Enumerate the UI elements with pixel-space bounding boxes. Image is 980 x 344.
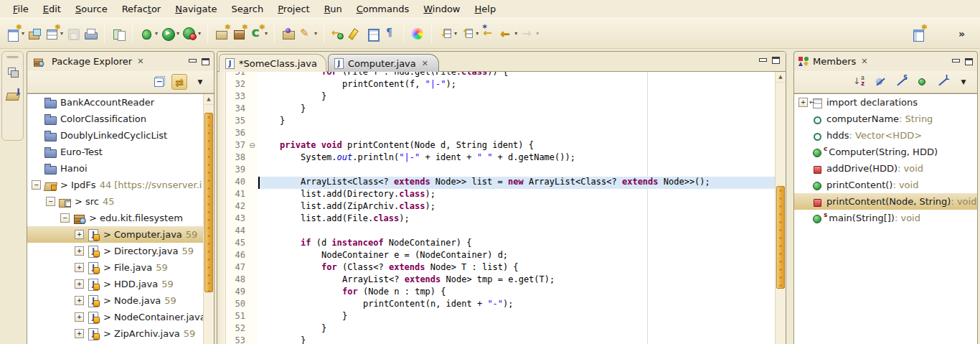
- dropdown-caret[interactable]: ▾: [454, 30, 457, 37]
- tree-item-file-java[interactable]: +> File.java59: [27, 259, 214, 276]
- expander-icon[interactable]: +: [75, 312, 84, 322]
- search-button[interactable]: ▾: [297, 24, 319, 43]
- restore-views-icon[interactable]: [6, 65, 20, 80]
- expander-icon[interactable]: +: [75, 263, 84, 272]
- folding-ruler[interactable]: ⊖: [248, 72, 258, 344]
- menu-source[interactable]: Source: [68, 1, 115, 17]
- new-java-project-button[interactable]: [213, 24, 230, 43]
- menu-run[interactable]: Run: [317, 1, 349, 17]
- java-browsing-icon[interactable]: [6, 87, 20, 101]
- tree-item-bankaccountreader[interactable]: BankAccountReader: [27, 94, 214, 111]
- run-button[interactable]: ▾: [159, 24, 181, 43]
- scrollbar-up-arrow[interactable]: ▲: [204, 94, 214, 105]
- debug-button[interactable]: ▾: [138, 24, 159, 43]
- scrollbar-thumb[interactable]: [204, 113, 213, 292]
- show-whitespace-button[interactable]: [381, 24, 398, 43]
- maximize-button[interactable]: [202, 58, 209, 65]
- hide-static-button[interactable]: S: [893, 74, 909, 90]
- back-to-last-edit-button[interactable]: [480, 24, 497, 43]
- fastview-grip[interactable]: [6, 56, 19, 58]
- member-hdds[interactable]: hdds : Vector<HDD>: [794, 127, 977, 144]
- minimize-button[interactable]: [952, 58, 959, 65]
- close-icon[interactable]: ✕: [136, 57, 145, 66]
- open-type-button[interactable]: [280, 24, 297, 43]
- package-explorer-scrollbar[interactable]: ▲: [203, 94, 214, 344]
- tree-item-computer-java[interactable]: +> Computer.java59: [27, 226, 214, 243]
- dropdown-caret[interactable]: ▾: [476, 30, 479, 37]
- expander-icon[interactable]: −: [46, 197, 55, 206]
- tree-item-edu-kit-filesystem[interactable]: −> edu.kit.filesystem: [27, 210, 214, 226]
- show-public-button[interactable]: [914, 74, 930, 90]
- code-text-area[interactable]: for (File f : hdd.get(File.class)) {prin…: [258, 72, 775, 344]
- new-class-button[interactable]: ▾: [248, 24, 269, 43]
- editor-scrollbar[interactable]: ▲: [775, 72, 786, 344]
- dropdown-caret[interactable]: ▾: [314, 30, 317, 37]
- fold-collapse-icon[interactable]: ⊖: [249, 140, 255, 152]
- dropdown-caret[interactable]: ▾: [198, 30, 201, 37]
- expander-icon[interactable]: +: [75, 296, 84, 305]
- sort-button[interactable]: az: [852, 74, 867, 90]
- view-menu-button[interactable]: ▼: [192, 74, 208, 90]
- new-view-button[interactable]: ▾: [43, 24, 65, 43]
- build-button[interactable]: [110, 24, 127, 43]
- dropdown-caret[interactable]: ▾: [60, 30, 63, 37]
- run-history-button[interactable]: ▾: [181, 24, 202, 43]
- member-main-string[interactable]: smain(String[]) : void: [794, 210, 977, 226]
- hide-fields-button[interactable]: [872, 74, 888, 90]
- maximize-button[interactable]: [772, 57, 780, 64]
- prev-annotation-button[interactable]: ▾: [458, 24, 480, 43]
- tree-item-directory-java[interactable]: +> Directory.java59: [27, 243, 214, 259]
- tree-item-ziparchiv-java[interactable]: +> ZipArchiv.java59: [27, 325, 214, 342]
- print-button[interactable]: [82, 24, 99, 43]
- minimize-button[interactable]: [189, 58, 196, 65]
- dropdown-caret[interactable]: ▾: [536, 30, 539, 37]
- menu-search[interactable]: Search: [225, 1, 271, 17]
- expander-icon[interactable]: +: [75, 246, 84, 256]
- customize-view-button[interactable]: [910, 24, 927, 43]
- last-edit-location-button[interactable]: [329, 24, 347, 43]
- mark-occurrences-button[interactable]: [347, 24, 364, 43]
- back-button[interactable]: ▾: [497, 24, 519, 43]
- show-source-button[interactable]: [364, 24, 381, 43]
- expander-icon[interactable]: +: [75, 329, 84, 338]
- dropdown-caret[interactable]: ▾: [155, 30, 158, 37]
- minimize-button[interactable]: [759, 57, 766, 64]
- member-adddrive-hdd[interactable]: addDrive(HDD) : void: [794, 160, 977, 177]
- member-printcontent-node-string[interactable]: printContent(Node, String) : void: [794, 193, 977, 210]
- view-menu-button[interactable]: ▼: [956, 74, 971, 90]
- menu-navigate[interactable]: Navigate: [168, 1, 224, 17]
- member-import-declarations[interactable]: +import declarations: [794, 94, 977, 111]
- hide-local-types-button[interactable]: L: [935, 74, 951, 90]
- scrollbar-thumb[interactable]: [776, 186, 785, 289]
- maximize-button[interactable]: [965, 58, 973, 65]
- annotation-ruler[interactable]: [217, 72, 226, 344]
- tree-item-nodecontainer-java[interactable]: +> NodeContainer.java: [27, 309, 214, 325]
- member-printcontent[interactable]: printContent() : void: [794, 177, 977, 193]
- tree-item-hanoi[interactable]: Hanoi: [27, 160, 214, 177]
- members-list[interactable]: +import declarationscomputerName : Strin…: [794, 93, 977, 344]
- expander-icon[interactable]: +: [75, 279, 84, 289]
- color-palette-button[interactable]: [409, 24, 426, 43]
- tree-item-ipdfs[interactable]: −> IpdFs44 [https://svnserver.i: [27, 177, 214, 193]
- collapse-all-button[interactable]: [151, 74, 166, 90]
- close-icon[interactable]: ✕: [859, 57, 869, 66]
- package-explorer-tree[interactable]: ▲ BankAccountReaderColorClassificationDo…: [27, 93, 214, 344]
- dropdown-caret[interactable]: ▾: [176, 30, 179, 37]
- member-computer-string-hdd[interactable]: cComputer(String, HDD): [794, 144, 977, 160]
- line-number-ruler[interactable]: 3132333435363738394041424344454647484950…: [227, 72, 248, 344]
- tree-item-doublylinkedcycliclist[interactable]: DoublyLinkedCyclicList: [27, 127, 214, 144]
- dropdown-caret[interactable]: ▾: [514, 30, 517, 37]
- tree-item-hdd-java[interactable]: +> HDD.java59: [27, 276, 214, 292]
- tree-item-colorclassification[interactable]: ColorClassification: [27, 111, 214, 127]
- svn-checkout-button[interactable]: [26, 24, 43, 43]
- menu-window[interactable]: Window: [416, 1, 467, 17]
- menu-commands[interactable]: Commands: [349, 1, 417, 17]
- menu-refactor[interactable]: Refactor: [115, 1, 169, 17]
- menu-edit[interactable]: Edit: [36, 1, 68, 17]
- link-with-editor-button[interactable]: ⇄: [171, 74, 187, 90]
- next-annotation-button[interactable]: ▾: [437, 24, 458, 43]
- new-package-button[interactable]: [230, 24, 248, 43]
- toolbar-overflow-chevron[interactable]: »: [958, 28, 964, 39]
- menu-project[interactable]: Project: [270, 1, 317, 17]
- menu-file[interactable]: File: [6, 1, 36, 17]
